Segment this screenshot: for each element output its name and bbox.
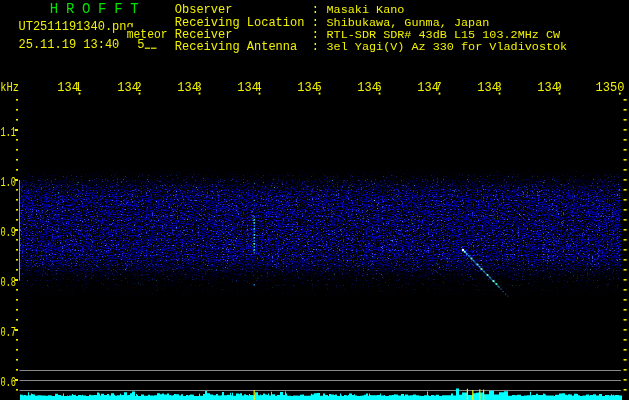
svg-text:134: 134 [357,81,379,95]
svg-text:134: 134 [297,81,319,95]
svg-text::: : [312,40,319,54]
svg-text:134: 134 [237,81,259,95]
svg-text:134: 134 [537,81,559,95]
svg-text:0.6: 0.6 [1,375,17,389]
svg-text:kHz: kHz [0,80,19,95]
svg-text:3el Yagi(V) Az 330 for Vladivo: 3el Yagi(V) Az 330 for Vladivostok [327,40,568,54]
svg-text:Receiving Antenna: Receiving Antenna [175,40,297,54]
svg-text:5: 5 [137,38,144,52]
svg-text:134: 134 [417,81,439,95]
svg-text:0.8: 0.8 [1,275,17,289]
svg-text:134: 134 [117,81,139,95]
svg-text:UT2511191340.png: UT2511191340.png [19,20,134,34]
svg-text:HROFFT: HROFFT [50,1,147,17]
svg-text:1.0: 1.0 [1,175,17,189]
svg-text:25.11.19 13:40: 25.11.19 13:40 [19,38,120,52]
svg-text:134: 134 [57,81,79,95]
svg-text:1350: 1350 [596,81,625,95]
svg-text:0.7: 0.7 [1,325,17,339]
svg-text:134: 134 [477,81,499,95]
svg-text:134: 134 [177,81,199,95]
svg-text:1.1: 1.1 [1,125,17,139]
svg-text:0.9: 0.9 [1,225,17,239]
svg-text:meteor: meteor [127,27,168,42]
